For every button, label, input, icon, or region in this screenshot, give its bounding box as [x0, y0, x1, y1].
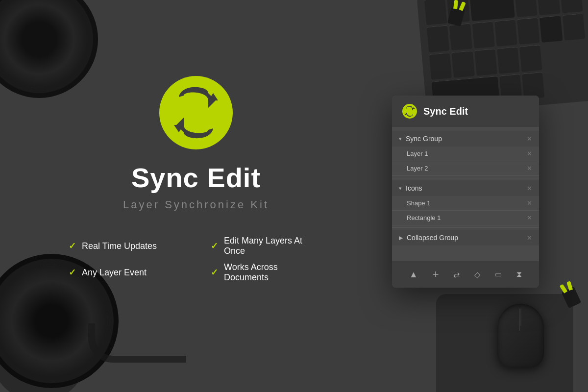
features-list: ✓ Real Time Updates ✓ Edit Many Layers A… — [59, 236, 333, 283]
group-label-1: Sync Group — [406, 135, 442, 143]
check-icon-4: ✓ — [211, 267, 218, 278]
delete-tool-button[interactable]: ⧗ — [516, 270, 522, 279]
feature-item-3: ✓ Any Layer Event — [69, 262, 181, 283]
chevron-down-icon-2: ▾ — [399, 185, 402, 192]
check-icon-1: ✓ — [69, 241, 76, 251]
layer-row-3: Shape 1 ✕ — [392, 196, 539, 211]
panel-toolbar: ▲ + ⇄ ◇ ▭ ⧗ — [392, 261, 539, 288]
group-row-collapsed[interactable]: ▶ Collapsed Group ✕ — [392, 230, 539, 245]
panel-title: Sync Edit — [423, 106, 468, 117]
close-group-2-button[interactable]: ✕ — [527, 185, 532, 192]
chevron-right-icon-3: ▶ — [399, 235, 403, 241]
separator-1 — [392, 178, 539, 178]
feature-item-1: ✓ Real Time Updates — [69, 236, 181, 256]
app-subtitle: Layer Synchronize Kit — [123, 198, 269, 211]
group-row-sync-group[interactable]: ▾ Sync Group ✕ — [392, 131, 539, 147]
separator-2 — [392, 227, 539, 228]
group-row-icons[interactable]: ▾ Icons ✕ — [392, 180, 539, 196]
layer-name-1: Layer 1 — [407, 150, 428, 157]
close-layer-2-button[interactable]: ✕ — [527, 165, 532, 172]
close-group-3-button[interactable]: ✕ — [527, 234, 532, 242]
sync-tool-button[interactable]: ⇄ — [453, 270, 460, 279]
close-layer-3-button[interactable]: ✕ — [527, 199, 532, 207]
feature-item-2: ✓ Edit Many Layers At Once — [211, 236, 323, 256]
folder-tool-button[interactable]: ▭ — [495, 270, 502, 279]
layer-name-3: Shape 1 — [407, 199, 430, 207]
mouse-decoration — [497, 304, 544, 368]
add-tool-button[interactable]: + — [433, 268, 439, 281]
app-logo — [157, 74, 235, 152]
chevron-down-icon-1: ▾ — [399, 136, 402, 142]
center-content: Sync Edit Layer Synchronize Kit ✓ Real T… — [59, 74, 333, 283]
feature-text-4: Works Across Documents — [224, 262, 323, 283]
check-icon-2: ✓ — [211, 241, 218, 251]
group-label-2: Icons — [406, 184, 422, 192]
layer-row-4: Rectangle 1 ✕ — [392, 211, 539, 225]
move-up-tool-button[interactable]: ▲ — [409, 270, 418, 280]
panel-list: ▾ Sync Group ✕ Layer 1 ✕ Layer 2 ✕ ▾ Ico… — [392, 127, 539, 257]
close-group-1-button[interactable]: ✕ — [527, 135, 532, 143]
sync-edit-panel: Sync Edit ▾ Sync Group ✕ Layer 1 ✕ Layer… — [392, 96, 539, 288]
fill-tool-button[interactable]: ◇ — [474, 270, 480, 279]
svg-point-0 — [159, 76, 233, 149]
check-icon-3: ✓ — [69, 267, 76, 278]
feature-text-2: Edit Many Layers At Once — [224, 236, 323, 256]
panel-logo-icon — [402, 103, 417, 119]
cable-decoration — [88, 323, 186, 363]
layer-name-2: Layer 2 — [407, 165, 428, 172]
panel-header: Sync Edit — [392, 96, 539, 127]
close-layer-1-button[interactable]: ✕ — [527, 150, 532, 157]
spacer — [392, 245, 539, 253]
app-title: Sync Edit — [131, 162, 261, 194]
group-label-3: Collapsed Group — [407, 234, 458, 242]
feature-text-3: Any Layer Event — [82, 268, 147, 278]
layer-row-1: Layer 1 ✕ — [392, 147, 539, 161]
feature-text-1: Real Time Updates — [82, 241, 157, 251]
layer-name-4: Rectangle 1 — [407, 214, 441, 221]
layer-row-2: Layer 2 ✕ — [392, 161, 539, 176]
close-layer-4-button[interactable]: ✕ — [527, 214, 532, 221]
feature-item-4: ✓ Works Across Documents — [211, 262, 323, 283]
